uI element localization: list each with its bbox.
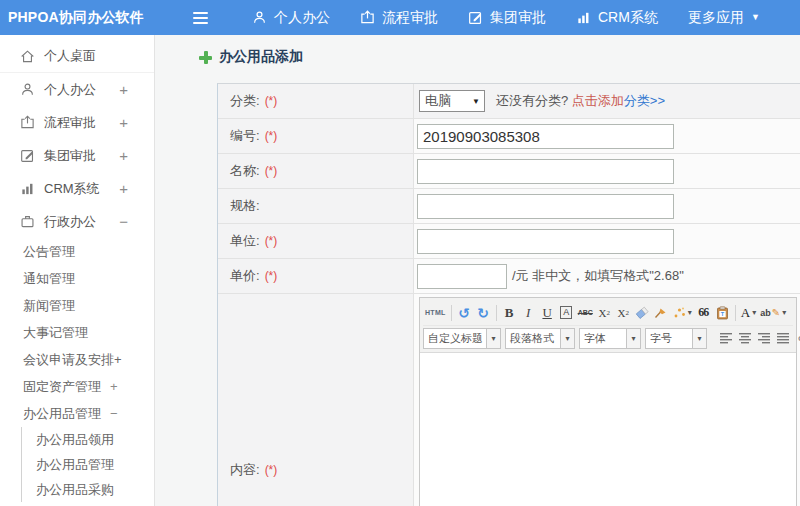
sidebar-item-fixed-assets-mgmt[interactable]: 固定资产管理+ [0,373,154,400]
sidebar-item-supplies-manage[interactable]: 办公用品管理 [22,452,154,477]
editor-toolbar: HTML ↺ ↻ B I U A ABC X2 X2 [420,298,796,353]
expand-minus[interactable]: − [119,213,128,230]
field-label: 单位: [230,232,260,250]
format-block-button[interactable]: A [557,302,576,323]
top-nav: 个人办公 流程审批 集团审批 CRM系统 更多应用 ▼ [252,9,760,27]
paragraph-format-select[interactable]: 段落格式▾ [505,328,575,349]
font-size-select[interactable]: 字号▾ [645,328,707,349]
no-category-text: 还没有分类? [496,92,568,110]
user-icon [20,82,36,98]
required-mark: (*) [265,94,278,108]
sidebar-item-notice-mgmt[interactable]: 通知管理 [0,265,154,292]
align-right-button[interactable] [755,328,774,349]
caret-down-icon: ▾ [752,308,756,317]
name-input[interactable] [417,159,674,184]
align-center-icon [739,333,752,344]
pen-icon: ✎ [772,307,780,318]
required-mark: (*) [265,269,278,283]
expand-plus[interactable]: + [119,180,128,197]
menu-icon[interactable] [193,12,208,24]
editor-content-area[interactable] [420,353,796,506]
sidebar-item-group-approval[interactable]: 集团审批 + [0,139,154,172]
underline-button[interactable]: U [538,302,557,323]
custom-heading-select[interactable]: 自定义标题▾ [423,328,501,349]
expand-plus[interactable]: + [110,379,118,394]
add-category-link-suffix[interactable]: 分类>> [624,92,665,110]
align-justify-button[interactable] [774,328,793,349]
sidebar-item-meeting-mgmt[interactable]: 会议申请及安排+ [0,346,154,373]
sidebar-item-announcement-mgmt[interactable]: 公告管理 [0,238,154,265]
magic-wand-icon [673,306,686,319]
eraser-button[interactable] [633,302,652,323]
expand-plus[interactable]: + [119,114,128,131]
source-code-button[interactable]: HTML [423,302,448,323]
format-brush-button[interactable] [652,302,671,323]
sidebar-item-admin-office[interactable]: 行政办公 − [0,205,154,238]
home-icon [20,48,36,64]
field-label: 规格: [230,197,260,215]
required-mark: (*) [265,463,278,477]
sidebar-item-supplies-purchase[interactable]: 办公用品采购 [22,477,154,502]
sidebar-item-workflow-approval[interactable]: 流程审批 + [0,106,154,139]
sidebar-item-memorabilia-mgmt[interactable]: 大事记管理 [0,319,154,346]
font-color-button[interactable]: A▾ [739,302,758,323]
redo-button[interactable]: ↻ [474,302,493,323]
select-caret-icon: ▼ [472,97,480,106]
sidebar-item-label: CRM系统 [44,180,100,198]
strikethrough-button[interactable]: ABC [576,302,595,323]
sidebar-item-personal-office[interactable]: 个人办公 + [0,73,154,106]
undo-button[interactable]: ↺ [455,302,474,323]
form-row-content: 内容: (*) HTML ↺ ↻ B I U [218,294,800,506]
caret-down-icon: ▾ [692,329,706,348]
field-label: 内容: [230,461,260,479]
spec-input[interactable] [417,194,674,219]
highlight-color-button[interactable]: ab✎▾ [758,302,788,323]
subscript-button[interactable]: X2 [614,302,633,323]
unit-input[interactable] [417,229,674,254]
italic-button[interactable]: I [519,302,538,323]
clipboard-icon: T [716,306,729,320]
bar-chart-icon [576,10,591,25]
sidebar-item-crm[interactable]: CRM系统 + [0,172,154,205]
expand-plus[interactable]: + [119,81,128,98]
expand-minus[interactable]: − [110,406,118,421]
nav-personal-office[interactable]: 个人办公 [252,9,330,27]
sidebar-item-desktop[interactable]: 个人桌面 [0,40,154,73]
sidebar-item-supplies-mgmt[interactable]: 办公用品管理− [0,400,154,427]
field-label: 名称: [230,162,260,180]
superscript-button[interactable]: X2 [595,302,614,323]
category-select[interactable]: 电脑 ▼ [419,90,485,112]
required-mark: (*) [265,129,278,143]
category-select-value: 电脑 [425,92,451,110]
align-center-button[interactable] [736,328,755,349]
paste-button[interactable]: T [713,302,732,323]
nav-group-approval[interactable]: 集团审批 [468,9,546,27]
nav-workflow-approval[interactable]: 流程审批 [360,9,438,27]
sidebar-item-supplies-claim[interactable]: 办公用品领用 [22,427,154,452]
caret-down-icon: ▾ [626,329,640,348]
bold-button[interactable]: B [500,302,519,323]
nav-label: 更多应用 [688,9,744,27]
form-row-category: 分类: (*) 电脑 ▼ 还没有分类? 点击添加分类>> [218,84,800,119]
align-left-button[interactable] [717,328,736,349]
sidebar-item-label: 个人桌面 [44,47,96,65]
field-label: 分类: [230,92,260,110]
insert-link-button[interactable]: ∞ [793,328,800,349]
sidebar-item-news-mgmt[interactable]: 新闻管理 [0,292,154,319]
blockquote-button[interactable]: 66 [694,302,713,323]
code-input[interactable] [417,124,674,149]
price-input[interactable] [417,264,507,289]
sidebar-item-label: 集团审批 [44,147,96,165]
nav-crm[interactable]: CRM系统 [576,9,658,27]
user-icon [252,10,267,25]
font-family-select[interactable]: 字体▾ [579,328,641,349]
expand-plus[interactable]: + [119,147,128,164]
add-category-link[interactable]: 点击添加 [572,92,624,110]
quick-format-button[interactable]: ▾ [671,302,694,323]
caret-down-icon: ▾ [688,308,692,317]
edit-icon [20,148,36,164]
caret-down-icon: ▼ [751,13,760,22]
form-row-code: 编号: (*) [218,119,800,154]
bar-chart-icon [20,181,36,197]
nav-more-apps[interactable]: 更多应用 ▼ [688,9,760,27]
